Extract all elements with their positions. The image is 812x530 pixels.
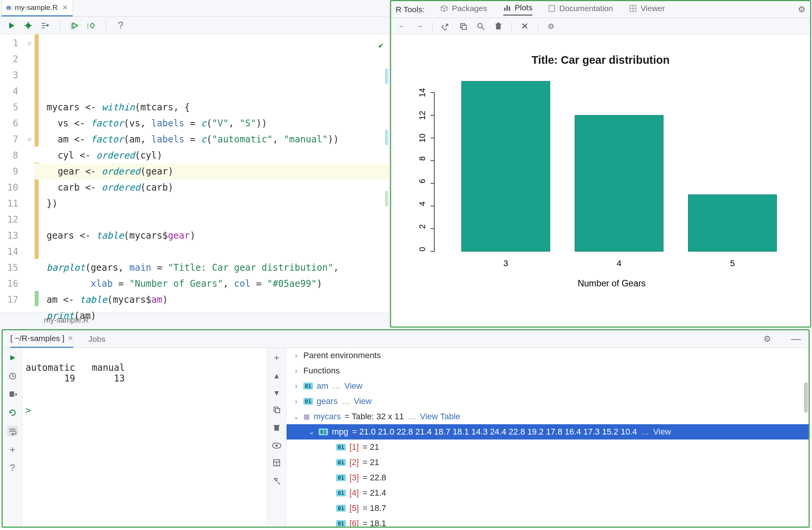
code-area[interactable]: 1234567891011121314151617 ⊟⊟ ✔ mycars <-… — [0, 34, 389, 312]
bar-plot: 02468101214345Number of Gears — [391, 66, 810, 303]
svg-line-25 — [482, 27, 484, 30]
console-side-toolbar: + ? — [3, 348, 23, 527]
env-side-toolbar: + ▲ ▼ — [267, 348, 287, 527]
svg-text:14: 14 — [418, 88, 427, 97]
export-icon[interactable] — [441, 22, 450, 31]
numeric-badge-icon: 01 — [336, 444, 346, 451]
clear-icon[interactable]: ✕ — [520, 22, 529, 31]
copy-icon[interactable] — [459, 22, 468, 31]
copy-icon[interactable] — [273, 406, 280, 415]
svg-rect-26 — [496, 24, 501, 29]
watch-icon[interactable] — [272, 442, 281, 451]
softwrap-icon[interactable] — [7, 426, 18, 436]
svg-text:|: | — [86, 23, 89, 29]
env-var-gears[interactable]: ›01 gears … View — [287, 394, 809, 409]
svg-point-60 — [276, 444, 278, 447]
svg-text:2: 2 — [418, 224, 427, 229]
environment-panel: ›Parent environments ›Functions ›01 am …… — [287, 348, 809, 527]
r-tools-tabbar: R Tools: Packages Plots Documentation Vi… — [391, 1, 810, 18]
forward-icon[interactable]: → — [415, 22, 424, 31]
file-tab[interactable]: R my-sample.R ✕ — [2, 0, 73, 16]
scrollbar-handle[interactable] — [804, 382, 808, 413]
numeric-badge-icon: 01 — [336, 505, 346, 512]
zoom-icon[interactable] — [476, 22, 485, 31]
restart-icon[interactable] — [7, 407, 18, 418]
run-icon[interactable] — [7, 352, 18, 363]
console-output[interactable]: automatic manual 19 13 > — [23, 348, 267, 527]
tab-jobs[interactable]: Jobs — [89, 330, 105, 348]
tab-plots[interactable]: Plots — [503, 3, 533, 16]
check-ok-icon: ✔ — [379, 37, 383, 53]
svg-rect-28 — [497, 23, 499, 24]
bottom-tabbar: [ ~/R-samples ] ✕ Jobs ⚙ — — [3, 330, 809, 348]
close-icon[interactable]: ✕ — [62, 3, 68, 12]
env-parent-environments[interactable]: ›Parent environments — [287, 348, 809, 363]
tab-viewer[interactable]: Viewer — [629, 4, 665, 15]
env-functions[interactable]: ›Functions — [287, 363, 809, 378]
down-icon[interactable]: ▼ — [273, 389, 280, 398]
tab-documentation[interactable]: Documentation — [548, 4, 613, 15]
gear-icon[interactable]: ⚙ — [764, 334, 771, 344]
tab-packages[interactable]: Packages — [440, 4, 487, 15]
env-mpg-item[interactable]: 01 [1] = 21 — [287, 440, 809, 455]
history-icon[interactable] — [7, 371, 18, 381]
run-icon[interactable] — [7, 21, 16, 30]
back-icon[interactable]: ← — [397, 22, 406, 31]
close-icon[interactable]: ✕ — [68, 334, 73, 343]
import-icon[interactable] — [7, 389, 18, 400]
svg-text:8: 8 — [418, 156, 427, 161]
r-tools-pane: R Tools: Packages Plots Documentation Vi… — [390, 0, 811, 328]
svg-rect-15 — [504, 8, 506, 11]
help-icon[interactable]: ? — [7, 462, 18, 473]
add-icon[interactable]: + — [7, 444, 18, 455]
console-prompt: > — [26, 405, 31, 416]
svg-text:10: 10 — [418, 134, 427, 143]
minimize-icon[interactable]: — — [791, 333, 801, 345]
debug-icon[interactable] — [24, 21, 33, 30]
env-mpg-item[interactable]: 01 [4] = 21.4 — [287, 485, 809, 501]
r-file-icon: R — [5, 4, 13, 11]
tab-console[interactable]: [ ~/R-samples ] ✕ — [10, 330, 73, 348]
env-mpg-item[interactable]: 01 [6] = 18.1 — [287, 516, 809, 527]
gear-icon[interactable]: ⚙ — [546, 22, 556, 31]
env-mpg-item[interactable]: 01 [2] = 21 — [287, 455, 809, 470]
calculator-icon[interactable] — [273, 459, 280, 469]
env-var-mpg[interactable]: ⌄01 mpg = 21.0 21.0 22.8 21.4 18.7 18.1 … — [287, 424, 809, 440]
add-icon[interactable]: + — [274, 352, 279, 363]
file-tab-label: my-sample.R — [15, 3, 58, 12]
svg-text:12: 12 — [418, 111, 427, 120]
collapse-icon[interactable] — [272, 477, 281, 487]
debug-current-icon[interactable]: | — [87, 21, 96, 30]
gear-icon[interactable]: ⚙ — [798, 5, 806, 15]
trash-icon[interactable] — [273, 424, 280, 433]
svg-text:6: 6 — [418, 179, 427, 184]
svg-rect-18 — [549, 5, 554, 11]
svg-rect-23 — [462, 25, 466, 29]
svg-point-12 — [90, 24, 94, 27]
svg-point-2 — [26, 23, 31, 28]
trash-icon[interactable] — [494, 22, 503, 31]
plot-area: Title: Car gear distribution 02468101214… — [391, 37, 810, 326]
plot-toolbar: ← → ✕ ⚙ — [391, 18, 810, 35]
env-mpg-item[interactable]: 01 [3] = 22.8 — [287, 470, 809, 485]
env-var-mycars[interactable]: ⌄▦ mycars = Table: 32 x 11 … View Table — [287, 409, 809, 424]
numeric-badge-icon: 01 — [336, 520, 346, 527]
run-selection-icon[interactable] — [40, 21, 50, 30]
svg-rect-16 — [506, 5, 508, 11]
svg-text:3: 3 — [503, 259, 508, 268]
svg-text:5: 5 — [730, 259, 735, 268]
svg-rect-17 — [509, 6, 510, 11]
up-icon[interactable]: ▲ — [273, 372, 280, 380]
env-mpg-item[interactable]: 01 [5] = 18.7 — [287, 501, 809, 516]
document-icon — [548, 5, 555, 12]
r-tools-label: R Tools: — [396, 5, 424, 14]
help-icon[interactable]: ? — [116, 21, 125, 30]
env-var-am[interactable]: ›01 am … View — [287, 378, 809, 394]
table-icon: ▦ — [303, 412, 310, 421]
svg-rect-57 — [274, 426, 279, 431]
svg-rect-7 — [42, 23, 45, 24]
run-current-icon[interactable]: | — [70, 21, 79, 30]
svg-point-24 — [478, 23, 482, 28]
line-number-gutter: 1234567891011121314151617 — [0, 34, 24, 312]
svg-rect-48 — [575, 115, 664, 252]
